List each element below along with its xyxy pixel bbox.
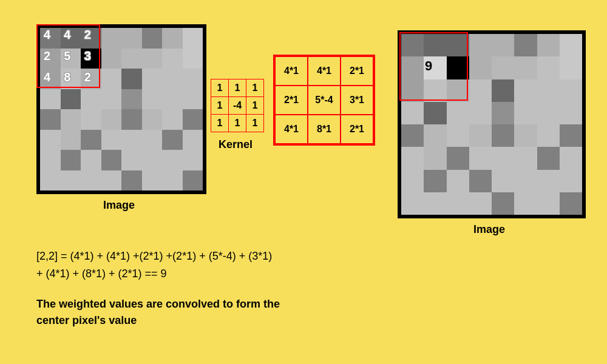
pixel: [61, 49, 81, 69]
pixel: [142, 89, 163, 110]
pixel: [537, 170, 560, 192]
pixel: [162, 150, 183, 170]
pixel: [537, 102, 560, 124]
pixel: [183, 130, 203, 150]
pixel: [40, 28, 61, 49]
pixel: [142, 69, 163, 89]
pixel: [81, 130, 101, 150]
pixel: [81, 170, 101, 191]
pixel: [40, 150, 61, 170]
pixel: [40, 170, 61, 191]
result-center-value: 9: [425, 58, 432, 74]
pixel: [183, 170, 203, 191]
multiply-cell: 8*1: [308, 115, 340, 143]
pixel: [81, 69, 101, 89]
kernel-cell: 1: [211, 97, 228, 114]
kernel-cell: 1: [229, 79, 246, 96]
pixel: [61, 150, 81, 170]
pixel: [492, 124, 514, 147]
source-grid: [40, 28, 203, 190]
pixel: [81, 89, 101, 110]
pixel: [537, 34, 560, 56]
pixel: [537, 79, 560, 102]
pixel: [162, 89, 183, 110]
pixel: [514, 34, 537, 56]
pixel: [401, 102, 424, 124]
pixel: [560, 102, 582, 124]
pixel: [537, 192, 560, 215]
pixel: [61, 69, 81, 89]
pixel: [40, 89, 61, 110]
pixel: [101, 69, 122, 89]
multiply-cell: 4*1: [276, 57, 307, 85]
pixel: [142, 49, 163, 69]
source-image-label: Image: [103, 199, 135, 212]
pixel: [424, 34, 446, 56]
pixel: [514, 56, 537, 79]
pixel: [469, 192, 492, 215]
formula-text: [2,2] = (4*1) + (4*1) +(2*1) +(2*1) + (5…: [36, 248, 272, 283]
explanation-line-1: The weighted values are convolved to for…: [36, 296, 280, 312]
pixel: [469, 102, 492, 124]
multiply-grid: 4*14*12*12*15*-43*14*18*12*1: [273, 55, 375, 146]
pixel: [401, 147, 424, 169]
pixel: [447, 34, 469, 56]
multiply-cell: 2*1: [276, 86, 307, 114]
pixel: [514, 170, 537, 192]
multiply-cell: 4*1: [308, 57, 340, 85]
pixel: [447, 102, 469, 124]
pixel: [469, 34, 492, 56]
pixel: [469, 147, 492, 169]
pixel: [121, 89, 142, 110]
pixel: [142, 109, 163, 130]
pixel: [81, 49, 101, 69]
multiply-cell: 5*-4: [308, 86, 340, 114]
pixel: [560, 79, 582, 102]
pixel: [537, 147, 560, 169]
pixel: [142, 130, 163, 150]
pixel: [183, 89, 203, 110]
pixel: [492, 192, 514, 215]
pixel: [492, 56, 514, 79]
pixel: [514, 147, 537, 169]
pixel: [560, 147, 582, 169]
kernel-cell: 1: [211, 79, 228, 96]
pixel: [121, 28, 142, 49]
pixel: [447, 124, 469, 147]
pixel: [492, 147, 514, 169]
pixel: [101, 89, 122, 110]
pixel: [560, 34, 582, 56]
pixel: [162, 28, 183, 49]
pixel: [40, 49, 61, 69]
kernel-cell: 1: [246, 115, 263, 132]
multiply-cell: 2*1: [341, 57, 373, 85]
pixel: [492, 170, 514, 192]
pixel: [40, 69, 61, 89]
pixel: [61, 170, 81, 191]
pixel: [560, 56, 582, 79]
pixel: [142, 28, 163, 49]
multiply-cell: 3*1: [341, 86, 373, 114]
explanation-line-2: center pixel's value: [36, 312, 280, 329]
pixel: [61, 109, 81, 130]
multiply-cell: 4*1: [276, 115, 307, 143]
pixel: [469, 56, 492, 79]
pixel: [560, 170, 582, 192]
pixel: [101, 170, 122, 191]
pixel: [81, 109, 101, 130]
pixel: [514, 79, 537, 102]
pixel: [424, 79, 446, 102]
pixel: [514, 124, 537, 147]
pixel: [183, 69, 203, 89]
pixel: [401, 34, 424, 56]
pixel: [492, 79, 514, 102]
pixel: [101, 109, 122, 130]
pixel: [447, 79, 469, 102]
pixel: [447, 56, 469, 79]
pixel: [101, 28, 122, 49]
pixel: [401, 192, 424, 215]
pixel: [162, 49, 183, 69]
pixel: [183, 109, 203, 130]
pixel: [162, 69, 183, 89]
pixel: [40, 130, 61, 150]
